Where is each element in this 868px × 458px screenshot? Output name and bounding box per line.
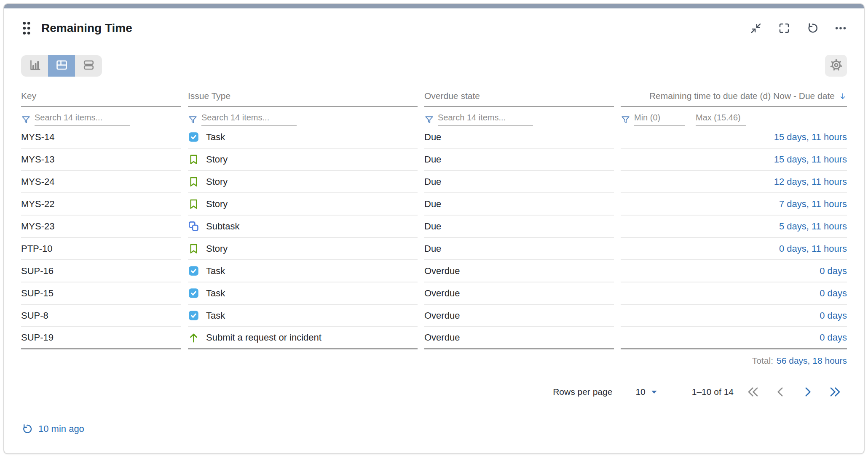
table-row: MYS-22 Story Due 7 days, 11 hours	[21, 193, 847, 216]
max-filter-input[interactable]	[696, 113, 746, 126]
column-header-row: Key Issue Type Overdue state Remaining t…	[21, 91, 847, 107]
table-view-button[interactable]	[48, 55, 75, 77]
issue-key-cell: MYS-13	[21, 149, 181, 171]
issue-type-label: Story	[206, 154, 228, 165]
remaining-time-cell[interactable]: 15 days, 11 hours	[621, 149, 847, 171]
story-icon	[188, 243, 199, 254]
table-row: SUP-16 Task Overdue 0 days	[21, 260, 847, 282]
issue-type-label: Task	[206, 310, 225, 321]
rows-per-page-value: 10	[635, 387, 645, 397]
remaining-time-cell[interactable]: 12 days, 11 hours	[621, 171, 847, 193]
more-options-icon[interactable]	[834, 22, 847, 35]
table-row: MYS-14 Task Due 15 days, 11 hours	[21, 126, 847, 149]
overdue-state-filter-input[interactable]	[438, 113, 533, 126]
issue-type-cell: Story	[188, 193, 418, 216]
key-filter-input[interactable]	[35, 113, 130, 126]
task-icon	[188, 310, 199, 321]
issue-type-label: Task	[206, 132, 225, 143]
overdue-state-cell: Due	[424, 126, 614, 149]
remaining-time-cell[interactable]: 5 days, 11 hours	[621, 216, 847, 238]
table-body: MYS-14 Task Due 15 days, 11 hours MYS-13…	[21, 126, 847, 349]
previous-page-button[interactable]	[774, 386, 786, 398]
first-page-button[interactable]	[747, 386, 759, 398]
list-view-button[interactable]	[75, 55, 102, 77]
remaining-time-cell[interactable]: 7 days, 11 hours	[621, 193, 847, 216]
issue-key-cell: PTP-10	[21, 238, 181, 260]
issue-type-filter-input[interactable]	[201, 113, 297, 126]
issue-key-cell: MYS-22	[21, 193, 181, 216]
last-page-button[interactable]	[829, 386, 841, 398]
column-header-overdue-state[interactable]: Overdue state	[424, 91, 614, 107]
last-refreshed[interactable]: 10 min ago	[21, 423, 847, 435]
column-header-remaining-time[interactable]: Remaining time to due date (d) Now - Due…	[621, 91, 847, 107]
story-icon	[188, 154, 199, 165]
table-row: MYS-23 Subtask Due 5 days, 11 hours	[21, 216, 847, 238]
issue-type-label: Subtask	[206, 221, 240, 232]
issue-type-cell: Story	[188, 149, 418, 171]
column-header-issue-type[interactable]: Issue Type	[188, 91, 418, 107]
sort-desc-icon[interactable]	[839, 91, 847, 101]
chevron-down-icon	[650, 388, 658, 396]
issue-type-cell: Task	[188, 282, 418, 305]
next-page-button[interactable]	[802, 386, 814, 398]
total-value: 56 days, 18 hours	[777, 356, 847, 365]
settings-button[interactable]	[825, 55, 847, 77]
issue-key-cell: SUP-16	[21, 260, 181, 282]
overdue-state-cell: Overdue	[424, 327, 614, 349]
overdue-state-cell: Due	[424, 171, 614, 193]
issue-key-cell: SUP-19	[21, 327, 181, 349]
remaining-time-cell[interactable]: 0 days	[621, 327, 847, 349]
issue-type-cell: Task	[188, 260, 418, 282]
list-icon	[82, 59, 95, 73]
remaining-time-cell[interactable]: 0 days	[621, 305, 847, 327]
gear-icon	[829, 58, 843, 74]
last-refreshed-label: 10 min ago	[38, 423, 84, 434]
issue-key-cell: MYS-24	[21, 171, 181, 193]
remaining-time-cell[interactable]: 0 days	[621, 282, 847, 305]
table-row: SUP-8 Task Overdue 0 days	[21, 305, 847, 327]
table-row: SUP-19 Submit a request or incident Over…	[21, 327, 847, 349]
issue-key-cell: MYS-23	[21, 216, 181, 238]
min-filter-input[interactable]	[634, 113, 685, 126]
remaining-time-cell[interactable]: 0 days, 11 hours	[621, 238, 847, 260]
remaining-time-cell[interactable]: 15 days, 11 hours	[621, 126, 847, 149]
view-toggle	[21, 55, 102, 77]
widget-accent-bar	[4, 4, 864, 8]
issue-type-cell: Task	[188, 126, 418, 149]
remaining-time-cell[interactable]: 0 days	[621, 260, 847, 282]
column-header-key[interactable]: Key	[21, 91, 181, 107]
task-icon	[188, 131, 199, 143]
table-icon	[55, 59, 68, 73]
widget-toolbar	[21, 55, 847, 77]
total-row: Total:56 days, 18 hours	[21, 356, 847, 366]
issue-key-cell: MYS-14	[21, 126, 181, 149]
subtask-icon	[188, 221, 199, 232]
issues-table: Key Issue Type Overdue state Remaining t…	[14, 91, 854, 349]
widget-header: Remaining Time	[21, 21, 847, 35]
issue-type-cell: Submit a request or incident	[188, 327, 418, 349]
overdue-state-cell: Overdue	[424, 260, 614, 282]
rows-per-page-select[interactable]: 10	[635, 387, 658, 397]
table-row: MYS-24 Story Due 12 days, 11 hours	[21, 171, 847, 193]
fullscreen-icon[interactable]	[778, 22, 790, 35]
issue-key-cell: SUP-15	[21, 282, 181, 305]
overdue-state-cell: Due	[424, 149, 614, 171]
issue-type-cell: Subtask	[188, 216, 418, 238]
funnel-icon	[621, 114, 630, 125]
pagination-bar: Rows per page 10 1–10 of 14	[21, 386, 847, 398]
refresh-icon[interactable]	[806, 22, 819, 35]
table-row: PTP-10 Story Due 0 days, 11 hours	[21, 238, 847, 260]
table-row: SUP-15 Task Overdue 0 days	[21, 282, 847, 305]
total-label: Total:	[752, 356, 773, 365]
chart-view-button[interactable]	[21, 55, 48, 77]
dashboard-canvas: Remaining Time	[0, 0, 868, 458]
collapse-icon[interactable]	[750, 22, 762, 35]
story-icon	[188, 198, 199, 210]
issue-type-cell: Task	[188, 305, 418, 327]
drag-handle-icon[interactable]	[21, 21, 32, 35]
issue-type-cell: Story	[188, 238, 418, 260]
rows-per-page-label: Rows per page	[553, 387, 612, 397]
funnel-icon	[188, 114, 198, 125]
refresh-icon	[21, 423, 33, 435]
funnel-icon	[21, 114, 31, 125]
